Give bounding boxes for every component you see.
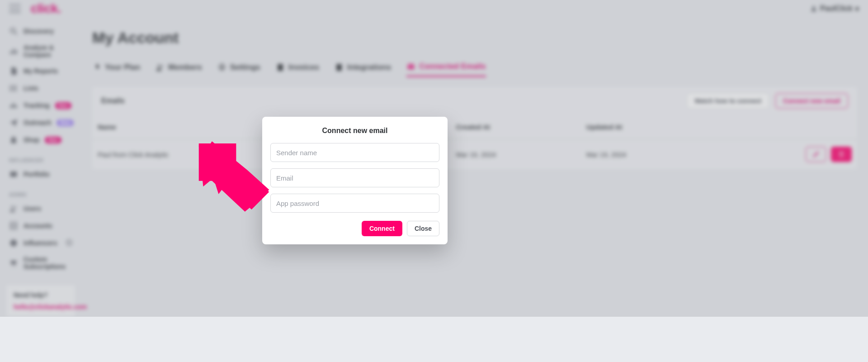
app-password-input[interactable] <box>270 194 439 213</box>
close-button[interactable]: Close <box>407 221 439 236</box>
email-input[interactable] <box>270 168 439 187</box>
connect-email-modal: Connect new email Connect Close <box>262 117 448 244</box>
modal-title: Connect new email <box>270 127 439 135</box>
connect-button[interactable]: Connect <box>362 221 402 236</box>
sender-name-input[interactable] <box>270 143 439 162</box>
